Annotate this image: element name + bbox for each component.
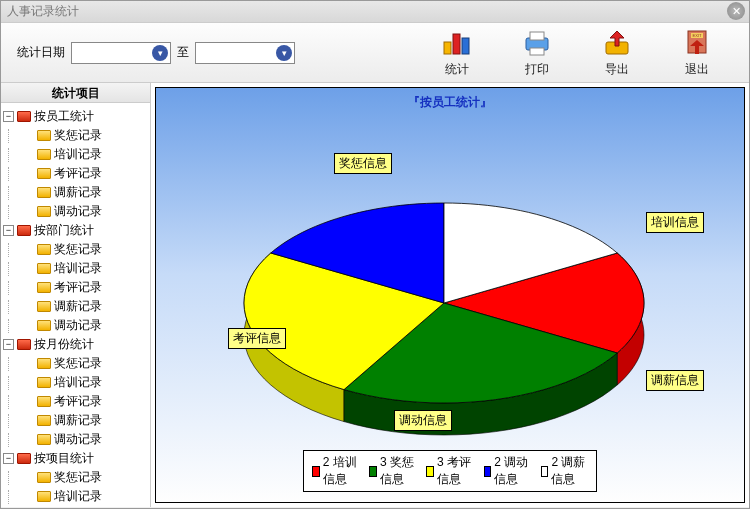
legend-text: 2 培训信息 — [323, 454, 360, 488]
slice-label-eval: 考评信息 — [228, 328, 286, 349]
legend-swatch — [426, 466, 434, 477]
tree-item[interactable]: 调动记录 — [3, 202, 148, 221]
tree-item[interactable]: 调动记录 — [3, 316, 148, 335]
date-to-label: 至 — [177, 44, 189, 61]
folder-icon — [37, 149, 51, 160]
folder-icon — [37, 301, 51, 312]
tree-group-label: 按部门统计 — [34, 222, 94, 239]
stat-label: 统计 — [445, 61, 469, 78]
tree-item-label: 培训记录 — [54, 488, 102, 505]
folder-icon — [37, 415, 51, 426]
export-label: 导出 — [605, 61, 629, 78]
sidebar: 统计项目 −按员工统计奖惩记录培训记录考评记录调薪记录调动记录−按部门统计奖惩记… — [1, 83, 151, 507]
svg-rect-5 — [530, 48, 544, 55]
tree-item[interactable]: 培训记录 — [3, 145, 148, 164]
tree-item-label: 调薪记录 — [54, 412, 102, 429]
tree-item[interactable]: 调薪记录 — [3, 297, 148, 316]
tree-item-label: 考评记录 — [54, 165, 102, 182]
tree-group[interactable]: −按部门统计 — [3, 221, 148, 240]
exit-button[interactable]: EXIT 退出 — [673, 27, 721, 78]
tree-item[interactable]: 培训记录 — [3, 487, 148, 506]
tree-item-label: 调薪记录 — [54, 298, 102, 315]
chart-title: 『按员工统计』 — [156, 88, 744, 111]
collapse-icon[interactable]: − — [3, 111, 14, 122]
tree-item-label: 调动记录 — [54, 431, 102, 448]
tree-group-label: 按月份统计 — [34, 336, 94, 353]
tree-item[interactable]: 培训记录 — [3, 373, 148, 392]
legend-swatch — [369, 466, 377, 477]
svg-text:EXIT: EXIT — [693, 33, 702, 38]
collapse-icon[interactable]: − — [3, 453, 14, 464]
tree-item-label: 奖惩记录 — [54, 355, 102, 372]
svg-rect-4 — [530, 32, 544, 40]
tree-group[interactable]: −按月份统计 — [3, 335, 148, 354]
sidebar-header: 统计项目 — [1, 83, 150, 103]
folder-icon — [37, 282, 51, 293]
folder-icon — [17, 453, 31, 464]
slice-label-award: 奖惩信息 — [334, 153, 392, 174]
tree-item-label: 调薪记录 — [54, 184, 102, 201]
collapse-icon[interactable]: − — [3, 225, 14, 236]
exit-label: 退出 — [685, 61, 709, 78]
tree-item[interactable]: 调动记录 — [3, 430, 148, 449]
legend-text: 3 考评信息 — [437, 454, 474, 488]
app-window: 人事记录统计 ✕ 统计日期 ▾ 至 ▾ 统计 打印 — [0, 0, 750, 509]
folder-icon — [37, 358, 51, 369]
folder-icon — [37, 206, 51, 217]
date-range: 统计日期 ▾ 至 ▾ — [17, 42, 295, 64]
legend-item: 2 培训信息 — [312, 454, 359, 488]
tree-item[interactable]: 奖惩记录 — [3, 240, 148, 259]
print-button[interactable]: 打印 — [513, 27, 561, 78]
date-from-input[interactable]: ▾ — [71, 42, 171, 64]
date-label: 统计日期 — [17, 44, 65, 61]
chart-area: 『按员工统计』 奖惩信息 培训信息 调薪信息 调动信息 考评信息 2 培训信息3… — [151, 83, 749, 507]
exit-icon: EXIT — [681, 27, 713, 59]
close-icon[interactable]: ✕ — [727, 2, 745, 20]
tree[interactable]: −按员工统计奖惩记录培训记录考评记录调薪记录调动记录−按部门统计奖惩记录培训记录… — [1, 103, 150, 507]
tree-item[interactable]: 调薪记录 — [3, 411, 148, 430]
tree-item[interactable]: 奖惩记录 — [3, 126, 148, 145]
tree-item[interactable]: 考评记录 — [3, 506, 148, 507]
tree-group-label: 按项目统计 — [34, 450, 94, 467]
tree-item[interactable]: 奖惩记录 — [3, 468, 148, 487]
tree-item[interactable]: 培训记录 — [3, 259, 148, 278]
tree-item[interactable]: 奖惩记录 — [3, 354, 148, 373]
folder-icon — [17, 225, 31, 236]
export-icon — [601, 27, 633, 59]
tree-group-label: 按员工统计 — [34, 108, 94, 125]
print-label: 打印 — [525, 61, 549, 78]
svg-rect-1 — [453, 34, 460, 54]
chart-icon — [441, 27, 473, 59]
tree-item-label: 培训记录 — [54, 146, 102, 163]
legend-item: 3 考评信息 — [426, 454, 473, 488]
tree-item-label: 培训记录 — [54, 260, 102, 277]
folder-icon — [17, 111, 31, 122]
slice-label-salary: 调薪信息 — [646, 370, 704, 391]
legend-swatch — [312, 466, 320, 477]
stat-button[interactable]: 统计 — [433, 27, 481, 78]
folder-icon — [37, 263, 51, 274]
toolbar: 统计日期 ▾ 至 ▾ 统计 打印 导出 — [1, 23, 749, 83]
chevron-down-icon[interactable]: ▾ — [276, 45, 292, 61]
folder-icon — [37, 244, 51, 255]
tree-item[interactable]: 考评记录 — [3, 278, 148, 297]
folder-icon — [37, 491, 51, 502]
tree-group[interactable]: −按项目统计 — [3, 449, 148, 468]
print-icon — [521, 27, 553, 59]
date-to-input[interactable]: ▾ — [195, 42, 295, 64]
tree-item[interactable]: 考评记录 — [3, 392, 148, 411]
legend-swatch — [484, 466, 492, 477]
collapse-icon[interactable]: − — [3, 339, 14, 350]
tree-item[interactable]: 考评记录 — [3, 164, 148, 183]
folder-icon — [37, 434, 51, 445]
folder-icon — [37, 130, 51, 141]
tree-item-label: 调动记录 — [54, 317, 102, 334]
export-button[interactable]: 导出 — [593, 27, 641, 78]
tree-group[interactable]: −按员工统计 — [3, 107, 148, 126]
tree-item-label: 奖惩记录 — [54, 469, 102, 486]
tree-item[interactable]: 调薪记录 — [3, 183, 148, 202]
legend-item: 3 奖惩信息 — [369, 454, 416, 488]
slice-label-move: 调动信息 — [394, 410, 452, 431]
chevron-down-icon[interactable]: ▾ — [152, 45, 168, 61]
tree-item-label: 奖惩记录 — [54, 127, 102, 144]
